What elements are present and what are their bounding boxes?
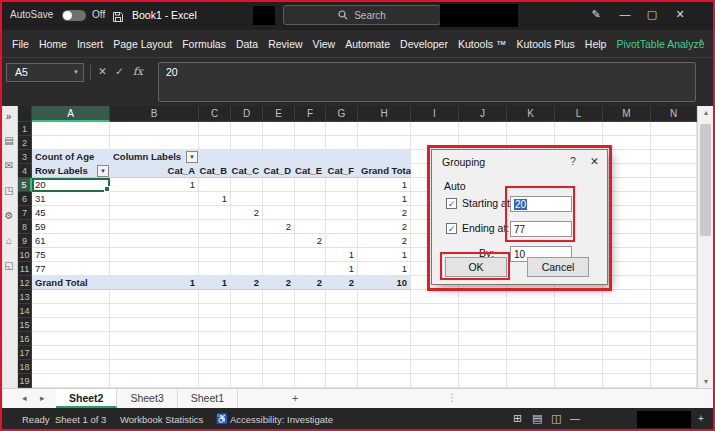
ribbon-tab-review[interactable]: Review xyxy=(266,36,304,52)
cell-H11[interactable]: 1 xyxy=(358,262,407,276)
ribbon-tab-kutools-plus[interactable]: Kutools Plus xyxy=(514,36,576,52)
starting-at-input[interactable]: 20 xyxy=(510,196,572,212)
row-header-7[interactable]: 7 xyxy=(18,206,32,220)
add-sheet-button[interactable]: + xyxy=(292,392,298,404)
restore-button[interactable]: ▢ xyxy=(644,8,660,21)
cell-H4[interactable]: Grand Total xyxy=(361,164,411,178)
formula-input[interactable]: 20 xyxy=(158,62,696,102)
cell-F12[interactable]: 2 xyxy=(295,276,322,290)
column-header-H[interactable]: H xyxy=(358,106,411,122)
cell-H8[interactable]: 2 xyxy=(358,220,407,234)
row-header-6[interactable]: 6 xyxy=(18,192,32,206)
ribbon-tab-home[interactable]: Home xyxy=(37,36,69,52)
ribbon-tab-insert[interactable]: Insert xyxy=(75,36,105,52)
ribbon-tab-pivottable-analyze[interactable]: PivotTable Analyze xyxy=(614,36,706,52)
row-header-9[interactable]: 9 xyxy=(18,234,32,248)
row-header-15[interactable]: 15 xyxy=(18,318,32,332)
ending-at-input[interactable]: 77 xyxy=(510,221,572,237)
row-labels-filter-button[interactable]: ▼ xyxy=(97,165,109,177)
ribbon-tab-file[interactable]: File xyxy=(10,36,31,52)
cell-A10[interactable]: 75 xyxy=(35,248,110,262)
cell-H9[interactable]: 2 xyxy=(358,234,407,248)
column-header-M[interactable]: M xyxy=(603,106,651,122)
cell-E12[interactable]: 2 xyxy=(263,276,291,290)
cell-B5[interactable]: 1 xyxy=(110,178,195,192)
cell-A7[interactable]: 45 xyxy=(35,206,110,220)
row-header-11[interactable]: 11 xyxy=(18,262,32,276)
cancel-formula-icon[interactable]: ✕ xyxy=(98,65,107,77)
dialog-close-button[interactable]: ✕ xyxy=(590,155,599,167)
vertical-scrollbar[interactable]: ▴ ▾ xyxy=(697,106,713,388)
cell-A8[interactable]: 59 xyxy=(35,220,110,234)
column-header-L[interactable]: L xyxy=(555,106,603,122)
column-header-G[interactable]: G xyxy=(326,106,358,122)
column-labels-filter-button[interactable]: ▼ xyxy=(186,151,198,163)
row-header-16[interactable]: 16 xyxy=(18,332,32,346)
close-button[interactable]: ✕ xyxy=(672,8,688,21)
status-sheet-info[interactable]: Sheet 1 of 3 xyxy=(55,414,106,425)
sheet-nav-right-icon[interactable]: ▸ xyxy=(40,393,45,403)
scroll-up-icon[interactable]: ▴ xyxy=(698,108,714,117)
pen-icon[interactable]: ✎ xyxy=(588,8,604,21)
cell-E8[interactable]: 2 xyxy=(263,220,291,234)
starting-at-checkbox[interactable]: ✓ xyxy=(446,198,457,209)
row-header-12[interactable]: 12 xyxy=(18,276,32,290)
kutools-pane-icon-2[interactable]: ✉ xyxy=(0,155,18,180)
ribbon-tab-help[interactable]: Help xyxy=(583,36,609,52)
ribbon-tab-view[interactable]: View xyxy=(311,36,338,52)
row-header-4[interactable]: 4 xyxy=(18,164,32,178)
ribbon-tab-page-layout[interactable]: Page Layout xyxy=(111,36,174,52)
cell-F9[interactable]: 2 xyxy=(295,234,322,248)
kutools-pane-icon-4[interactable]: ⚙ xyxy=(0,205,18,230)
row-header-10[interactable]: 10 xyxy=(18,248,32,262)
name-box[interactable]: A5 ▼ xyxy=(6,63,84,82)
column-header-A[interactable]: A xyxy=(32,106,110,122)
ribbon-tab-formulas[interactable]: Formulas xyxy=(180,36,228,52)
cell-A3[interactable]: Count of Age xyxy=(35,150,110,164)
cell-A12[interactable]: Grand Total xyxy=(35,276,110,290)
page-break-view-icon[interactable]: ◫ xyxy=(551,412,561,425)
cell-B12[interactable]: 1 xyxy=(110,276,195,290)
cell-H5[interactable]: 1 xyxy=(358,178,407,192)
column-header-B[interactable]: B xyxy=(110,106,199,122)
autosave-toggle[interactable] xyxy=(62,10,86,21)
row-header-2[interactable]: 2 xyxy=(18,136,32,150)
vertical-scrollbar-thumb[interactable] xyxy=(700,124,711,236)
ok-button[interactable]: OK xyxy=(445,257,507,277)
enter-formula-icon[interactable]: ✓ xyxy=(115,65,124,77)
sheet-tab-sheet2[interactable]: Sheet2 xyxy=(56,389,117,408)
column-header-F[interactable]: F xyxy=(295,106,326,122)
cell-D4[interactable]: Cat_C xyxy=(231,164,259,178)
cell-A6[interactable]: 31 xyxy=(35,192,110,206)
cell-H12[interactable]: 10 xyxy=(358,276,407,290)
sheet-tab-sheet1[interactable]: Sheet1 xyxy=(178,389,238,408)
row-header-5[interactable]: 5 xyxy=(18,178,32,192)
kutools-pane-icon-1[interactable]: ▤ xyxy=(0,130,18,155)
kutools-pane-icon-6[interactable]: ◱ xyxy=(0,255,18,280)
row-header-17[interactable]: 17 xyxy=(18,346,32,360)
zoom-out-icon[interactable]: — xyxy=(570,413,580,424)
row-header-14[interactable]: 14 xyxy=(18,304,32,318)
ending-at-checkbox[interactable]: ✓ xyxy=(446,223,457,234)
row-header-3[interactable]: 3 xyxy=(18,150,32,164)
scroll-down-icon[interactable]: ▾ xyxy=(698,377,714,386)
name-box-dropdown-icon[interactable]: ▼ xyxy=(73,64,79,81)
kutools-pane-icon-5[interactable]: ⌂ xyxy=(0,230,18,255)
cell-D12[interactable]: 2 xyxy=(231,276,259,290)
cell-G4[interactable]: Cat_F xyxy=(326,164,354,178)
cell-C6[interactable]: 1 xyxy=(199,192,227,206)
column-header-C[interactable]: C xyxy=(199,106,231,122)
column-header-K[interactable]: K xyxy=(507,106,555,122)
ribbon-tab-developer[interactable]: Developer xyxy=(398,36,450,52)
dialog-help-button[interactable]: ? xyxy=(570,155,576,167)
search-input[interactable]: Search xyxy=(283,5,441,25)
cell-C4[interactable]: Cat_B xyxy=(199,164,227,178)
column-header-D[interactable]: D xyxy=(231,106,263,122)
cell-F4[interactable]: Cat_E xyxy=(295,164,322,178)
workbook-statistics[interactable]: Workbook Statistics xyxy=(120,414,203,425)
cell-C12[interactable]: 1 xyxy=(199,276,227,290)
cell-A11[interactable]: 77 xyxy=(35,262,110,276)
column-header-N[interactable]: N xyxy=(651,106,697,122)
expand-pane-icon[interactable]: » xyxy=(0,111,17,122)
cell-D7[interactable]: 2 xyxy=(231,206,259,220)
